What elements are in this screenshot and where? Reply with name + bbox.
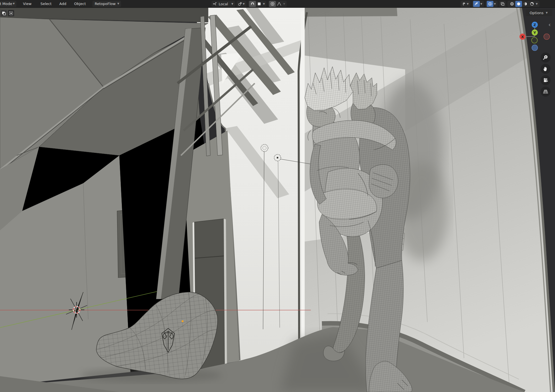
menu-add[interactable]: Add: [57, 1, 69, 7]
menu-select[interactable]: Select: [38, 1, 54, 7]
magnet-icon: [250, 2, 255, 6]
selectability-visibility-dropdown[interactable]: ▼: [461, 1, 470, 7]
chevron-down-icon: ▼: [494, 3, 496, 5]
orientation-axes-icon: [213, 2, 217, 6]
select-extend-icon: [9, 11, 13, 16]
shading-solid-button[interactable]: [515, 1, 522, 7]
snap-increment-icon: [257, 2, 261, 6]
chevron-down-icon: ▼: [243, 3, 245, 5]
overlays-dropdown: ▼: [486, 1, 498, 7]
menu-object[interactable]: Object: [71, 1, 89, 7]
snap-controls: ▼: [248, 1, 267, 7]
overlays-icon: [488, 2, 492, 6]
hand-icon: [543, 66, 548, 72]
chevron-down-icon: ▼: [263, 3, 265, 5]
chevron-down-icon: ▼: [480, 3, 482, 5]
retopoflow-label: RetopoFlow: [94, 2, 117, 6]
orientation-value: Local: [217, 2, 231, 6]
proportional-edit-icon: [270, 2, 275, 6]
gizmo-minus-z-ball[interactable]: [532, 45, 538, 51]
perspective-ortho-button[interactable]: [541, 87, 551, 97]
blender-window: Object Mode ▼ View Select Add Object Ret…: [0, 0, 555, 392]
falloff-curve-icon: [277, 2, 281, 6]
chevron-down-icon: ▼: [467, 3, 469, 5]
zoom-icon: [543, 55, 548, 60]
gizmo-y-label: Y: [533, 31, 536, 35]
show-overlays-toggle[interactable]: [487, 1, 493, 7]
navigation-gizmo[interactable]: Z Y X: [516, 14, 552, 54]
viewport-display-controls: ▼ ▼: [461, 1, 539, 7]
transform-controls: Local ▼ ▼: [211, 1, 287, 7]
mode-selector[interactable]: Object Mode ▼: [0, 1, 16, 7]
chevron-down-icon: ▼: [536, 3, 538, 5]
gizmo-z-label: Z: [533, 23, 536, 27]
gizmo-x-label: X: [521, 35, 524, 39]
proportional-edit-toggle[interactable]: [269, 1, 276, 7]
eye-cursor-icon: [462, 2, 466, 6]
pivot-point-dropdown[interactable]: ▼: [237, 1, 246, 7]
snap-toggle[interactable]: [249, 1, 256, 7]
xray-icon: [500, 2, 505, 6]
camera-view-button[interactable]: [541, 75, 551, 85]
gizmo-icon: [474, 2, 479, 6]
shading-rendered-button[interactable]: [529, 1, 535, 7]
xray-toggle[interactable]: [499, 1, 506, 7]
show-gizmos-toggle[interactable]: [473, 1, 480, 7]
camera-icon: [543, 77, 548, 83]
rendered-sphere-icon: [530, 2, 534, 6]
snap-target-button[interactable]: [256, 1, 263, 7]
pan-button[interactable]: [541, 64, 551, 74]
select-mode-new-button[interactable]: [1, 10, 7, 16]
proportional-edit-controls: ▼: [268, 1, 287, 7]
material-sphere-icon: [523, 2, 528, 6]
falloff-dropdown[interactable]: [276, 1, 282, 7]
shading-mode-controls: ▼: [508, 1, 539, 7]
chevron-down-icon: ▼: [231, 3, 233, 5]
gizmo-minus-y-ball[interactable]: [532, 37, 538, 43]
menu-view[interactable]: View: [20, 1, 34, 7]
shading-wireframe-button[interactable]: [509, 1, 515, 7]
gizmos-dropdown: ▼: [472, 1, 484, 7]
select-new-icon: [2, 11, 6, 16]
transform-orientation-dropdown[interactable]: Local ▼: [211, 1, 235, 7]
chevron-down-icon: ▼: [283, 3, 285, 5]
zoom-button[interactable]: [541, 52, 551, 62]
shading-material-button[interactable]: [522, 1, 529, 7]
gizmo-minus-x-ball[interactable]: [544, 34, 550, 40]
solid-sphere-icon: [516, 2, 521, 6]
select-mode-extend-button[interactable]: [8, 10, 14, 16]
object-origin-dot: [182, 320, 184, 322]
chevron-down-icon: ▼: [117, 2, 119, 5]
chevron-down-icon: ▼: [546, 12, 548, 14]
menu-retopoflow[interactable]: RetopoFlow ▼: [92, 1, 121, 7]
viewport-header: Object Mode ▼ View Select Add Object Ret…: [0, 0, 555, 8]
grid-plane-icon: [543, 89, 548, 94]
chevron-down-icon: ▼: [13, 2, 15, 5]
viewport-canvas[interactable]: [0, 0, 555, 392]
mode-selector-label: Object Mode: [0, 2, 12, 6]
wireframe-sphere-icon: [510, 2, 514, 6]
pivot-point-icon: [238, 2, 242, 6]
